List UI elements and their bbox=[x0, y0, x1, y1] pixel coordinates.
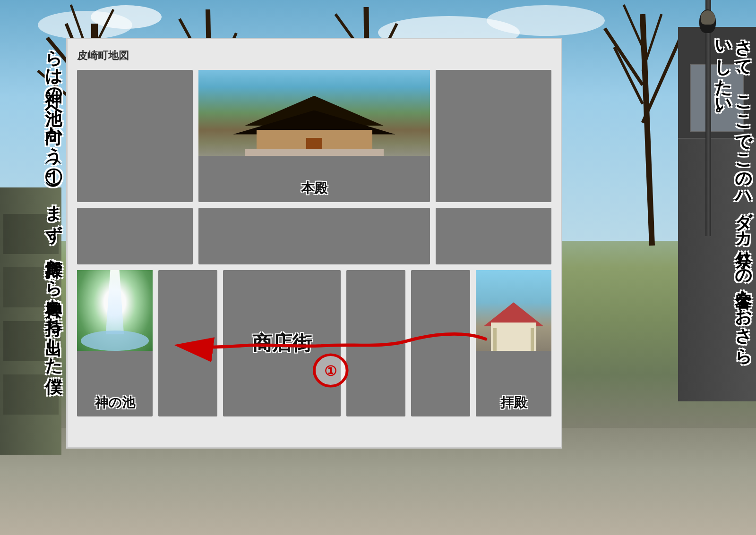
map-cell-mid-left bbox=[77, 208, 193, 264]
map-cell-bot-2 bbox=[158, 270, 217, 416]
map-row-top: 本殿 bbox=[77, 70, 551, 202]
map-row-bottom: 神の池 商店街 拝殿 bbox=[77, 270, 551, 416]
right-text-line1: さて、ここでこのハダカ祭りの全容をおさらいしたい。 bbox=[713, 28, 753, 355]
pond-label: 神の池 bbox=[77, 394, 153, 412]
cloud-2 bbox=[91, 5, 162, 29]
map-cell-shopping: 商店街 bbox=[223, 270, 341, 416]
map-cell-mid-right bbox=[436, 208, 551, 264]
honden-label: 本殿 bbox=[198, 179, 430, 197]
right-vertical-text: さて、ここでこのハダカ祭りの全容をおさらいしたい。 bbox=[692, 28, 754, 359]
left-text-line1: らは神の池へ向かう（①）。 bbox=[44, 38, 63, 188]
map-title: 皮崎町地図 bbox=[77, 49, 551, 63]
map-cell-top-right bbox=[436, 70, 551, 202]
map-cell-mid-center bbox=[198, 208, 430, 264]
map-row-mid bbox=[77, 208, 551, 264]
haiden-body bbox=[491, 323, 536, 351]
map-content: 本殿 神の池 商店街 bbox=[77, 70, 551, 438]
shopping-label: 商店街 bbox=[252, 330, 312, 357]
waterfall-pool bbox=[81, 331, 149, 351]
map-panel: 皮崎町地図 本殿 bbox=[66, 38, 562, 449]
left-text-line2: まず、拝殿から神輿を持ち出した僕 bbox=[44, 193, 63, 365]
map-cell-pond: 神の池 bbox=[77, 270, 153, 416]
waterfall-fall bbox=[103, 270, 126, 334]
shrine-steps bbox=[245, 149, 384, 156]
map-cell-bot-5 bbox=[411, 270, 470, 416]
map-cell-bot-4 bbox=[346, 270, 405, 416]
waterfall-scene bbox=[77, 270, 153, 351]
map-cell-haiden: 拝殿 bbox=[476, 270, 551, 416]
haiden-label: 拝殿 bbox=[476, 394, 551, 412]
map-cell-top-left bbox=[77, 70, 193, 202]
left-vertical-text: らは神の池へ向かう（①）。 まず、拝殿から神輿を持ち出した僕 bbox=[2, 38, 64, 463]
map-cell-honden: 本殿 bbox=[198, 70, 430, 202]
haiden-col-right bbox=[531, 328, 534, 351]
haiden-scene bbox=[476, 270, 551, 351]
shrine-scene bbox=[198, 70, 430, 156]
haiden-col-left bbox=[493, 328, 497, 351]
cloud-4 bbox=[487, 5, 605, 36]
